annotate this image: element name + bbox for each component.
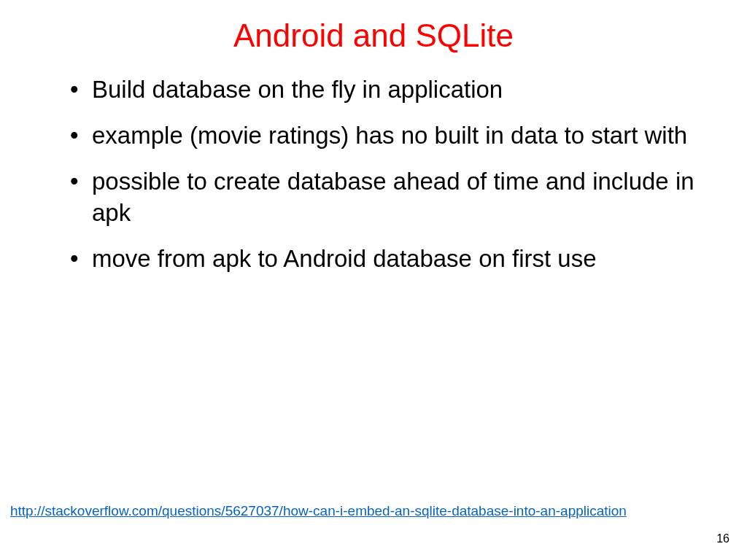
slide-container: Android and SQLite Build database on the…: [0, 0, 747, 560]
bullet-item: Build database on the fly in application: [70, 74, 703, 106]
bullet-item: move from apk to Android database on fir…: [70, 244, 703, 275]
reference-link[interactable]: http://stackoverflow.com/questions/56270…: [10, 503, 627, 519]
bullet-item: example (movie ratings) has no built in …: [70, 120, 703, 152]
bullet-item: possible to create database ahead of tim…: [70, 166, 703, 229]
page-number: 16: [716, 532, 729, 545]
slide-title: Android and SQLite: [44, 18, 703, 54]
bullet-list: Build database on the fly in application…: [44, 74, 703, 274]
